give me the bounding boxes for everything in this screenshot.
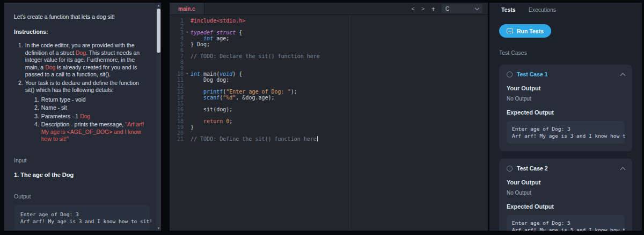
line-number: 2 (170, 24, 184, 30)
scroll-up-icon[interactable]: ▲ (156, 3, 161, 8)
language-select[interactable]: C (442, 4, 482, 13)
text-token: printf (203, 89, 223, 95)
text-token: , &dog.age); (236, 95, 274, 101)
text-token: Return type - void (41, 96, 86, 103)
code-area[interactable]: 1#include<stdio.h>23▾typedef struct {4 i… (170, 15, 488, 231)
editor-tab-bar: main.c < > + C (170, 3, 488, 15)
your-output-label: Your Output (507, 85, 625, 91)
chevron-left-icon[interactable]: < (412, 5, 415, 12)
text-token (191, 118, 203, 124)
scrollbar-thumb[interactable] (157, 9, 160, 53)
code-line[interactable]: 13 printf("Enter age of Dog: "); (170, 89, 488, 95)
code-line[interactable]: 12 (170, 83, 488, 89)
chevron-down-icon (475, 5, 479, 10)
fold-spacer (184, 130, 191, 136)
fold-spacer (184, 95, 191, 101)
code-line[interactable]: 15 (170, 101, 488, 106)
text-token: int (191, 71, 200, 77)
code-line[interactable]: 5} Dog; (170, 41, 488, 47)
text-cursor (317, 136, 318, 141)
code-line[interactable]: 9 (170, 65, 488, 71)
text-token: <stdio.h> (216, 18, 245, 24)
code-line[interactable]: 16 sit(dog); (170, 106, 488, 112)
fold-spacer (184, 18, 191, 24)
code-line[interactable]: 17 (170, 112, 488, 118)
fold-icon[interactable]: ▾ (184, 71, 191, 77)
tests-header: Tests Executions (489, 3, 642, 17)
code-text: typedef struct { (191, 30, 242, 35)
output-label: Output (14, 193, 150, 201)
code-text: printf("Enter age of Dog: "); (191, 89, 297, 95)
text-token: } Dog; (191, 41, 210, 47)
chevron-right-icon[interactable]: > (421, 5, 425, 12)
code-line[interactable]: 18 return 0; (170, 118, 488, 124)
add-file-icon[interactable]: + (431, 5, 435, 13)
text-token: ) { (232, 71, 242, 77)
test-case-title: Test Case 1 (517, 71, 617, 77)
code-line[interactable]: 14 scanf("%d", &dog.age); (170, 95, 488, 101)
code-line[interactable]: 2 (170, 24, 488, 30)
instruction-text: Your task is to declare and define the f… (25, 80, 150, 94)
list-number: 4. (34, 121, 39, 143)
tests-panel: Tests Executions Run Tests Test Cases Te… (489, 3, 642, 231)
code-line[interactable]: 11 Dog dog; (170, 77, 488, 83)
text-token: Dog (80, 113, 90, 119)
code-text: int main(void) { (191, 71, 242, 77)
list-number: 3. (34, 113, 39, 120)
text-token: // TODO: Define the sit() function here (191, 136, 317, 142)
exercise-intro: Let's create a function that lets a dog … (14, 13, 150, 21)
fold-icon[interactable]: ▾ (184, 30, 191, 35)
test-case-header[interactable]: Test Case 2 (507, 165, 625, 172)
line-number: 11 (170, 77, 184, 83)
test-cases-list: Test Case 1Your OutputNo OutputExpected … (499, 65, 636, 231)
radio-icon[interactable] (507, 72, 513, 77)
line-number: 10 (170, 71, 184, 77)
code-line[interactable]: 8 (170, 59, 488, 65)
code-text: Dog dog; (191, 77, 229, 83)
test-case-header[interactable]: Test Case 1 (507, 71, 625, 77)
tab-tests[interactable]: Tests (501, 6, 516, 13)
your-output-value: No Output (507, 96, 625, 102)
tests-body: Run Tests Test Cases Test Case 1Your Out… (489, 17, 642, 231)
text-token: scanf (203, 95, 219, 101)
line-number: 8 (170, 59, 184, 65)
code-text: sit(dog); (191, 106, 232, 112)
code-line[interactable]: 3▾typedef struct { (170, 30, 488, 35)
your-output-value: No Output (507, 190, 625, 196)
tab-main-c[interactable]: main.c (170, 3, 204, 15)
fold-spacer (184, 89, 191, 95)
code-line[interactable]: 10▾int main(void) { (170, 71, 488, 77)
code-line[interactable]: 19} (170, 124, 488, 130)
line-number: 7 (170, 53, 184, 59)
editor-ruler (349, 15, 350, 231)
instructions-content: Let's create a function that lets a dog … (4, 3, 156, 231)
text-token: Parameters - 1 (41, 113, 80, 119)
fold-spacer (184, 118, 191, 124)
fold-spacer (184, 83, 191, 89)
code-line[interactable]: 20 (170, 130, 488, 136)
instruction-subitem: 2.Name - sit (34, 104, 150, 112)
code-line[interactable]: 1#include<stdio.h> (170, 18, 488, 24)
text-token: Your task is to declare and define the f… (25, 80, 139, 94)
collapse-icon[interactable] (620, 73, 626, 78)
instruction-subitem: 3.Parameters - 1 Dog (34, 113, 150, 120)
code-line[interactable]: 21// TODO: Define the sit() function her… (170, 136, 488, 142)
text-token: main( (200, 71, 219, 77)
instructions-scrollbar[interactable]: ▲ ▼ (156, 3, 161, 231)
code-line[interactable]: 4 int age; (170, 35, 488, 41)
instruction-text: In the code editor, you are provided wit… (25, 42, 150, 79)
text-token: Dog (45, 64, 55, 70)
line-number: 6 (170, 47, 184, 53)
run-tests-button[interactable]: Run Tests (499, 24, 551, 38)
code-line[interactable]: 6 (170, 47, 488, 53)
fold-spacer (184, 106, 191, 112)
radio-icon[interactable] (507, 166, 513, 172)
collapse-icon[interactable] (620, 167, 626, 172)
tab-executions[interactable]: Executions (529, 6, 556, 13)
line-number: 12 (170, 83, 184, 89)
fold-spacer (184, 112, 191, 118)
test-cases-heading: Test Cases (499, 49, 636, 56)
code-line[interactable]: 7// TODO: Declare the sit() function her… (170, 53, 488, 59)
scroll-down-icon[interactable]: ▼ (156, 225, 161, 231)
tab-label: main.c (178, 6, 195, 12)
